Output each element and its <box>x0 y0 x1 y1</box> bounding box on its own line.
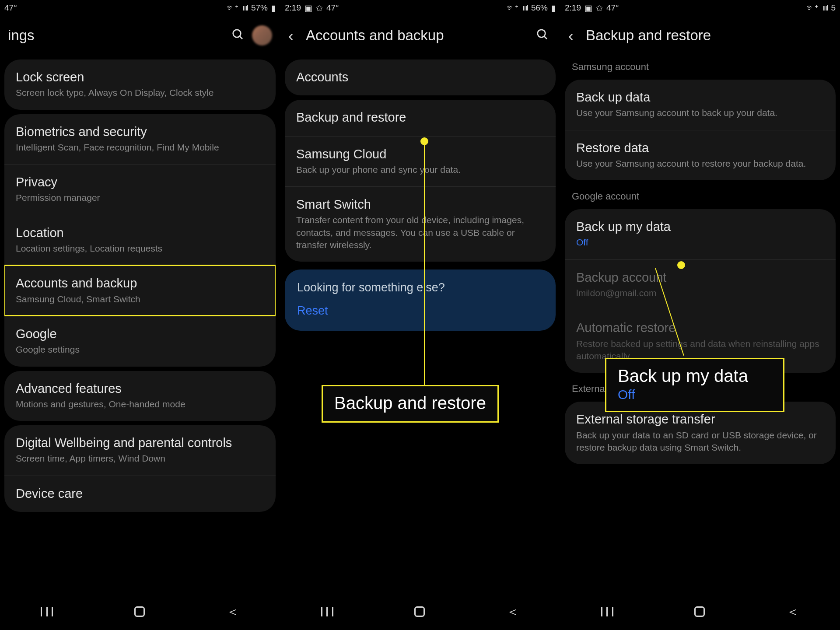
settings-card: Biometrics and securityIntelligent Scan,… <box>4 114 276 367</box>
status-bar: 2:19 ▣ ✩ 47° ᯤ⁺ ıııl 56% ▮ <box>280 0 560 16</box>
status-wifi-icon: ᯤ⁺ <box>806 3 819 13</box>
page-title: ings <box>8 27 228 44</box>
android-nav-bar: ＜ <box>280 593 560 630</box>
status-battery: 57% <box>251 3 268 13</box>
nav-home-icon[interactable] <box>134 606 145 617</box>
status-signal-icon: ıııl <box>822 3 827 13</box>
section-label-samsung: Samsung account <box>562 55 838 75</box>
svg-point-0 <box>233 30 241 38</box>
annotation-line <box>424 144 425 387</box>
section-label-google: Google account <box>562 185 838 205</box>
settings-item[interactable]: LocationLocation settings, Location requ… <box>4 215 276 266</box>
row-title: Accounts and backup <box>16 275 264 291</box>
status-signal-icon: ıııl <box>522 3 528 13</box>
row-title: Privacy <box>16 174 264 190</box>
header: ‹ Backup and restore <box>560 16 840 55</box>
status-bar: 2:19 ▣ ✩ 47° ᯤ⁺ ıııl 5 <box>560 0 840 16</box>
nav-back-icon[interactable]: ＜ <box>786 603 799 621</box>
backup-item[interactable]: Restore dataUse your Samsung account to … <box>565 130 836 181</box>
nav-back-icon[interactable]: ＜ <box>226 603 239 621</box>
callout-text: Backup and restore <box>334 393 486 413</box>
backup-item[interactable]: Back up my dataOff <box>565 209 836 259</box>
callout-sub: Off <box>618 387 772 402</box>
accounts-item[interactable]: Backup and restore <box>285 100 556 136</box>
settings-item[interactable]: GoogleGoogle settings <box>4 316 276 367</box>
nav-recent-icon[interactable] <box>41 607 53 616</box>
info-card: Looking for something else? Reset <box>285 270 556 331</box>
android-nav-bar: ＜ <box>560 593 840 630</box>
settings-item[interactable]: Advanced featuresMotions and gestures, O… <box>4 371 276 421</box>
settings-item[interactable]: Device care <box>4 476 276 512</box>
status-star-icon: ✩ <box>316 3 323 13</box>
status-app-icon: ▣ <box>584 3 592 13</box>
reset-link[interactable]: Reset <box>297 304 543 318</box>
nav-recent-icon[interactable] <box>321 607 333 616</box>
info-question: Looking for something else? <box>297 281 543 294</box>
android-nav-bar: ＜ <box>0 593 280 630</box>
row-title: Automatic restore <box>576 320 824 336</box>
row-title: Accounts <box>296 69 544 85</box>
status-temp: 47° <box>606 3 619 13</box>
row-title: Backup account <box>576 270 824 285</box>
nav-recent-icon[interactable] <box>601 607 613 616</box>
settings-item[interactable]: Digital Wellbeing and parental controlsS… <box>4 425 276 476</box>
status-battery-icon: ▮ <box>551 3 556 13</box>
backup-item[interactable]: Backup accountlmildon@gmail.com <box>565 259 836 310</box>
status-bar: 47° ᯤ⁺ ıııl 57% ▮ <box>0 0 280 16</box>
row-title: Google <box>16 326 264 342</box>
svg-line-3 <box>544 36 547 39</box>
row-title: Smart Switch <box>296 196 544 212</box>
header: ings <box>0 16 280 55</box>
phone-accounts-backup: 2:19 ▣ ✩ 47° ᯤ⁺ ıııl 56% ▮ ‹ Accounts an… <box>280 0 560 630</box>
settings-card: Advanced featuresMotions and gestures, O… <box>4 371 276 421</box>
annotation-dot <box>420 137 428 145</box>
status-time: 2:19 <box>565 3 581 13</box>
phone-settings-root: 47° ᯤ⁺ ıııl 57% ▮ ings Lock screenScreen… <box>0 0 280 630</box>
row-title: Lock screen <box>16 69 264 85</box>
backup-item[interactable]: Back up dataUse your Samsung account to … <box>565 80 836 130</box>
row-subtitle: Screen lock type, Always On Display, Clo… <box>16 87 264 99</box>
callout-title: Back up my data <box>618 366 772 385</box>
back-icon[interactable]: ‹ <box>288 27 306 44</box>
status-star-icon: ✩ <box>596 3 603 13</box>
profile-avatar[interactable] <box>252 25 272 46</box>
row-subtitle: Use your Samsung account to back up your… <box>576 107 824 119</box>
row-subtitle: Screen time, App timers, Wind Down <box>16 452 264 465</box>
row-title: Device care <box>16 486 264 501</box>
annotation-callout: Back up my data Off <box>605 358 784 412</box>
nav-home-icon[interactable] <box>414 606 425 617</box>
row-title: Backup and restore <box>296 109 544 125</box>
row-title: Back up data <box>576 89 824 105</box>
settings-item[interactable]: Lock screenScreen lock type, Always On D… <box>4 60 276 110</box>
settings-item[interactable]: Biometrics and securityIntelligent Scan,… <box>4 114 276 164</box>
row-subtitle: Off <box>576 236 824 248</box>
row-subtitle: Samsung Cloud, Smart Switch <box>16 293 264 305</box>
annotation-dot <box>677 261 685 269</box>
status-wifi-icon: ᯤ⁺ <box>227 3 239 13</box>
row-subtitle: Intelligent Scan, Face recognition, Find… <box>16 141 264 154</box>
row-title: Location <box>16 225 264 241</box>
row-title: Back up my data <box>576 219 824 234</box>
accounts-item[interactable]: Samsung CloudBack up your phone and sync… <box>285 136 556 187</box>
settings-item[interactable]: PrivacyPermission manager <box>4 164 276 215</box>
row-title: Samsung Cloud <box>296 146 544 162</box>
status-time: 2:19 <box>285 3 301 13</box>
search-icon[interactable] <box>228 28 248 43</box>
row-subtitle: Location settings, Location requests <box>16 242 264 255</box>
nav-back-icon[interactable]: ＜ <box>506 603 519 621</box>
search-icon[interactable] <box>533 28 552 43</box>
settings-card: Digital Wellbeing and parental controlsS… <box>4 425 276 512</box>
status-battery: 56% <box>531 3 548 13</box>
phone-backup-restore: 2:19 ▣ ✩ 47° ᯤ⁺ ıııl 5 ‹ Backup and rest… <box>560 0 840 630</box>
row-subtitle: Motions and gestures, One-handed mode <box>16 398 264 410</box>
back-icon[interactable]: ‹ <box>568 27 586 44</box>
accounts-item[interactable]: Accounts <box>285 60 556 95</box>
settings-item[interactable]: Accounts and backupSamsung Cloud, Smart … <box>4 265 276 316</box>
row-title: External storage transfer <box>576 411 824 427</box>
page-title: Accounts and backup <box>306 27 533 44</box>
accounts-item[interactable]: Smart SwitchTransfer content from your o… <box>285 186 556 262</box>
row-title: Advanced features <box>16 381 264 396</box>
settings-card: Lock screenScreen lock type, Always On D… <box>4 60 276 110</box>
page-title: Backup and restore <box>586 27 832 44</box>
nav-home-icon[interactable] <box>694 606 705 617</box>
